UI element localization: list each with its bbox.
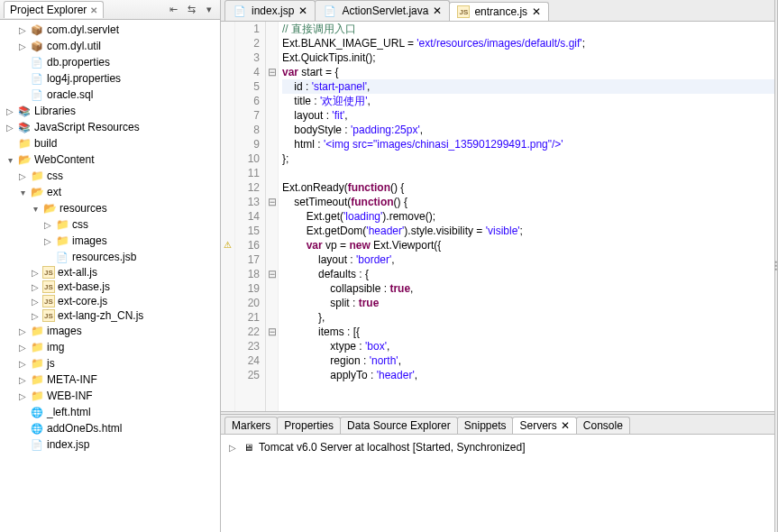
line-number-gutter: 1234567891011121314151617181920212223242… <box>235 22 266 411</box>
tree-item-label: com.dyl.util <box>47 40 101 52</box>
expander-icon[interactable]: ▷ <box>18 326 27 336</box>
tree-item[interactable]: ▷images <box>0 233 220 249</box>
tree-item[interactable]: ▷images <box>0 323 220 339</box>
expander-icon[interactable]: ▷ <box>18 171 27 181</box>
bottom-tab-label: Console <box>583 419 623 432</box>
expander-icon[interactable]: ▷ <box>18 375 27 385</box>
explorer-tab[interactable]: Project Explorer ✕ <box>4 1 104 18</box>
link-editor-icon[interactable]: ⇆ <box>184 3 198 17</box>
js-icon <box>457 5 470 18</box>
tree-item[interactable]: log4j.properties <box>0 70 220 87</box>
close-icon[interactable]: ✕ <box>561 419 570 432</box>
expander-icon[interactable]: ▷ <box>18 41 27 51</box>
folder-open-icon <box>42 201 57 216</box>
tree-item[interactable]: oracle.sql <box>0 87 220 103</box>
tree-item[interactable]: ▷ext-all.js <box>0 265 220 280</box>
bottom-tab[interactable]: Servers ✕ <box>512 417 576 434</box>
close-icon[interactable]: ✕ <box>90 5 97 15</box>
tree-item[interactable]: index.jsp <box>0 436 220 453</box>
tree-item[interactable]: ▾resources <box>0 200 220 216</box>
tree-item[interactable]: ▷WEB-INF <box>0 388 220 404</box>
expander-icon[interactable]: ▷ <box>31 282 40 292</box>
file-icon <box>30 437 44 452</box>
tree-item[interactable]: ▷js <box>0 355 220 371</box>
tree-item[interactable]: _left.html <box>0 404 220 420</box>
js-icon <box>42 295 55 307</box>
file-icon <box>30 87 44 102</box>
expander-icon[interactable]: ▾ <box>5 155 14 165</box>
expander-icon[interactable]: ▷ <box>18 359 27 369</box>
close-icon[interactable]: ✕ <box>433 5 442 17</box>
tree-item[interactable]: ▷ext-core.js <box>0 294 220 308</box>
tree-item-label: WebContent <box>34 153 95 166</box>
tree-item[interactable]: ▷JavaScript Resources <box>0 119 220 135</box>
tree-item-label: ext-all.js <box>58 266 97 279</box>
tree-item[interactable]: ▷ext-base.js <box>0 280 220 294</box>
editor-tab[interactable]: entrance.js✕ <box>449 2 549 21</box>
tree-item-label: log4j.properties <box>47 72 121 85</box>
project-tree[interactable]: ▷com.dyl.servlet▷com.dyl.utildb.properti… <box>0 20 220 532</box>
editor-tab[interactable]: ActionServlet.java✕ <box>315 0 450 21</box>
expander-icon[interactable]: ▷ <box>43 220 52 230</box>
tree-item[interactable]: addOneDs.html <box>0 420 220 436</box>
file-icon <box>55 250 69 264</box>
tree-item-label: images <box>72 234 107 247</box>
close-icon[interactable]: ✕ <box>298 5 307 17</box>
bottom-tab[interactable]: Properties <box>277 417 341 434</box>
collapse-all-icon[interactable]: ⇤ <box>166 3 180 17</box>
tree-item[interactable]: db.properties <box>0 54 220 70</box>
tree-item[interactable]: build <box>0 135 220 151</box>
tree-item[interactable]: ▷Libraries <box>0 103 220 119</box>
expander-icon[interactable]: ▾ <box>18 188 27 197</box>
editor-tabs-bar: index.jsp✕ActionServlet.java✕entrance.js… <box>221 0 774 22</box>
servers-view: ▷ 🖥 Tomcat v6.0 Server at localhost [Sta… <box>221 435 774 532</box>
vertical-sash[interactable]: ▪▪▪ <box>774 0 778 532</box>
bottom-tab[interactable]: Markers <box>224 417 278 434</box>
tree-item[interactable]: ▷com.dyl.util <box>0 38 220 54</box>
tree-item[interactable]: ▷com.dyl.servlet <box>0 22 220 38</box>
expander-icon[interactable]: ▷ <box>228 443 237 453</box>
tree-item-label: ext <box>47 186 61 198</box>
expander-icon[interactable]: ▷ <box>31 311 40 321</box>
folder-open-icon <box>30 185 44 199</box>
code-body[interactable]: // 直接调用入口Ext.BLANK_IMAGE_URL = 'ext/reso… <box>279 22 774 411</box>
fold-gutter[interactable]: ⊟⊟⊟⊟ <box>266 22 279 411</box>
tree-item[interactable]: ▷css <box>0 216 220 233</box>
explorer-header: Project Explorer ✕ ⇤ ⇆ ▾ <box>0 0 220 20</box>
tree-item[interactable]: ▷META-INF <box>0 371 220 388</box>
expander-icon[interactable]: ▷ <box>18 391 27 401</box>
tree-item[interactable]: ▷css <box>0 168 220 184</box>
folder-icon <box>30 372 44 387</box>
expander-icon[interactable]: ▷ <box>5 123 14 133</box>
editor-tab[interactable]: index.jsp✕ <box>224 0 316 21</box>
server-row[interactable]: ▷ 🖥 Tomcat v6.0 Server at localhost [Sta… <box>226 438 769 456</box>
bottom-tab[interactable]: Snippets <box>457 417 514 434</box>
tree-item[interactable]: ▾WebContent <box>0 151 220 168</box>
folder-icon <box>30 169 44 183</box>
bottom-tab[interactable]: Data Source Explorer <box>340 417 458 434</box>
tree-item-label: resources <box>59 202 107 215</box>
editor-tab-label: ActionServlet.java <box>342 5 428 17</box>
folder-icon <box>30 324 44 338</box>
tree-item[interactable]: ▾ext <box>0 184 220 200</box>
close-icon[interactable]: ✕ <box>532 5 541 18</box>
tree-item-label: db.properties <box>47 56 110 69</box>
file-icon <box>323 4 337 18</box>
expander-icon[interactable]: ▷ <box>43 236 52 246</box>
tree-item-label: css <box>72 218 88 231</box>
expander-icon[interactable]: ▷ <box>31 297 40 307</box>
view-menu-icon[interactable]: ▾ <box>202 3 216 17</box>
tree-item[interactable]: ▷ext-lang-zh_CN.js <box>0 308 220 323</box>
folder-icon <box>17 136 32 151</box>
tree-item[interactable]: resources.jsb <box>0 249 220 265</box>
bottom-tab[interactable]: Console <box>576 417 630 434</box>
expander-icon[interactable]: ▷ <box>18 25 27 35</box>
expander-icon[interactable]: ▾ <box>31 204 40 214</box>
bottom-tab-label: Servers <box>519 419 556 432</box>
expander-icon[interactable]: ▷ <box>31 268 40 278</box>
tree-item[interactable]: ▷img <box>0 339 220 355</box>
code-editor[interactable]: 1234567891011121314151617181920212223242… <box>221 22 774 411</box>
expander-icon[interactable]: ▷ <box>5 106 14 116</box>
tree-item-label: _left.html <box>47 406 91 418</box>
expander-icon[interactable]: ▷ <box>18 343 27 353</box>
